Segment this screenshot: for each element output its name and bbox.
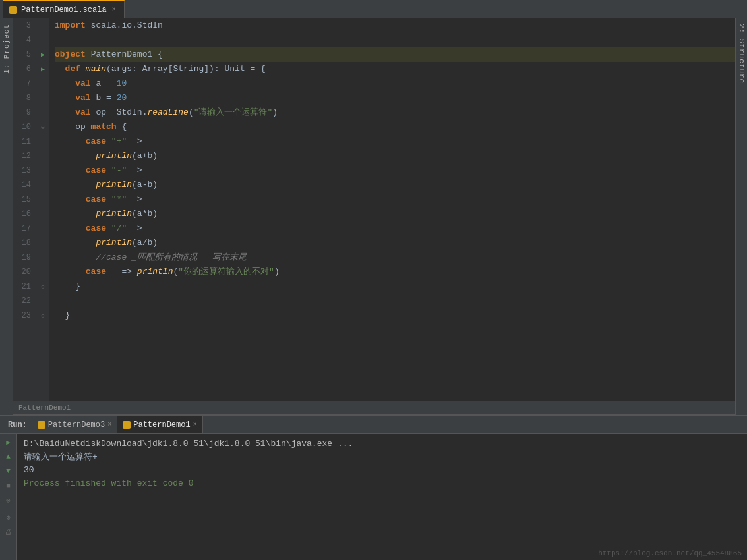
run-stop-button-2[interactable]: ⊗	[3, 494, 15, 506]
run-settings-button[interactable]: ⚙	[3, 511, 15, 523]
code-editor[interactable]: 34567891011121314151617181920212223 ▶▶⊖⊖…	[13, 18, 735, 415]
code-token: (args: Array[	[106, 64, 173, 74]
code-token	[55, 78, 75, 88]
gutter-cell: ▶	[36, 62, 49, 76]
tab-bar: PatternDemo1.scala ×	[0, 0, 747, 18]
tab-close-button[interactable]: ×	[111, 5, 117, 14]
code-token	[55, 209, 96, 219]
fold-icon[interactable]: ⊖	[41, 283, 44, 291]
code-token	[55, 107, 75, 117]
code-token: =>	[127, 165, 142, 175]
gutter-cell	[36, 221, 49, 236]
code-line: case _ => println("你的运算符输入的不对")	[55, 265, 735, 279]
code-token	[55, 64, 65, 74]
code-token: "+"	[111, 136, 127, 146]
run-content: ▶ ▲ ▼ ■ ⊗ ⚙ 🖨 D:\BaiduNetdiskDownload\jd…	[0, 434, 747, 560]
run-stop-button[interactable]: ■	[3, 480, 15, 491]
code-token	[80, 64, 86, 74]
gutter-cell	[36, 149, 49, 163]
code-token: println	[96, 238, 132, 248]
code-token: "*"	[111, 194, 127, 204]
fold-icon[interactable]: ⊖	[41, 124, 44, 131]
run-panel: Run: PatternDemo3 × PatternDemo1 × ▶ ▲ ▼…	[0, 415, 747, 560]
run-label: Run:	[3, 420, 32, 430]
code-token: {	[152, 49, 163, 59]
code-line: println(a+b)	[55, 149, 735, 163]
code-line: val op =StdIn.readLine("请输入一个运算符")	[55, 105, 735, 120]
line-number: 18	[18, 236, 31, 250]
run-arrow-icon[interactable]: ▶	[41, 65, 45, 73]
gutter-cell: ⊖	[36, 308, 49, 323]
fold-icon[interactable]: ⊖	[41, 312, 44, 320]
run-tab-close-2[interactable]: ×	[193, 421, 197, 428]
run-play-button[interactable]: ▶	[3, 436, 15, 448]
code-line: case "*" =>	[55, 192, 735, 207]
gutter-cell	[36, 178, 49, 192]
editor-container: 1: Project 34567891011121314151617181920…	[0, 18, 747, 415]
run-down-button[interactable]: ▼	[3, 465, 15, 477]
code-token: case	[86, 136, 106, 146]
line-number: 5	[18, 47, 31, 62]
line-number: 9	[18, 105, 31, 120]
code-token: println	[96, 180, 132, 190]
code-token: PatternDemo1	[91, 49, 153, 59]
line-number: 13	[18, 163, 31, 178]
code-token: {	[117, 122, 127, 132]
code-token: case	[86, 223, 106, 233]
gutter-cell: ⊖	[36, 120, 49, 134]
code-token: 10	[117, 78, 127, 88]
code-token	[106, 194, 111, 204]
run-tab-bar: Run: PatternDemo3 × PatternDemo1 ×	[0, 416, 747, 434]
code-token: )	[274, 267, 280, 277]
code-token: a =	[91, 78, 117, 88]
run-arrow-icon[interactable]: ▶	[41, 51, 45, 59]
code-line: def main(args: Array[String]): Unit = {	[55, 62, 735, 76]
code-token: val	[75, 78, 90, 88]
watermark: https://blog.csdn.net/qq_45548865	[598, 549, 742, 557]
code-content: import scala.io.StdIn object PatternDemo…	[49, 18, 735, 401]
code-token: //case _匹配所有的情况 写在末尾	[55, 252, 247, 262]
run-tab-patterndemo3[interactable]: PatternDemo3 ×	[32, 416, 117, 433]
run-tab-icon-1	[38, 421, 45, 429]
code-token: }	[55, 310, 70, 320]
code-token: =>	[127, 223, 142, 233]
line-number: 7	[18, 76, 31, 91]
code-token: (	[189, 107, 194, 117]
gutter-cell	[36, 163, 49, 178]
line-number: 23	[18, 308, 31, 323]
line-number: 20	[18, 265, 31, 279]
code-token	[106, 136, 111, 146]
code-token: val	[75, 93, 90, 103]
project-sidebar-label: 1: Project	[1, 18, 12, 79]
code-token: (a+b)	[132, 151, 158, 161]
line-number: 10	[18, 120, 31, 134]
code-token: String	[173, 64, 204, 74]
code-token: "/"	[111, 223, 127, 233]
run-tab-icon-2	[123, 421, 131, 429]
code-line: import scala.io.StdIn	[55, 18, 735, 33]
code-line: println(a*b)	[55, 207, 735, 221]
run-tab-patterndemo1[interactable]: PatternDemo1 ×	[117, 416, 202, 433]
line-number: 19	[18, 250, 31, 265]
editor-tab[interactable]: PatternDemo1.scala ×	[3, 0, 125, 18]
code-token: match	[91, 122, 117, 132]
line-number: 3	[18, 18, 31, 33]
gutter-cell	[36, 250, 49, 265]
gutter-cell	[36, 265, 49, 279]
line-number: 14	[18, 178, 31, 192]
code-token: def	[65, 64, 80, 74]
run-print-button[interactable]: 🖨	[3, 526, 15, 538]
gutter-cell	[36, 236, 49, 250]
right-sidebar: 2: Structure	[735, 18, 747, 415]
line-number: 16	[18, 207, 31, 221]
gutter-cell	[36, 207, 49, 221]
editor-status: PatternDemo1	[13, 401, 735, 415]
code-token: ]):	[204, 64, 224, 74]
code-token: 20	[117, 93, 127, 103]
run-toolbar: ▶ ▲ ▼ ■ ⊗ ⚙ 🖨	[0, 434, 17, 560]
run-up-button[interactable]: ▲	[3, 451, 15, 462]
code-token: b =	[91, 93, 117, 103]
tab-label: PatternDemo1.scala	[21, 5, 107, 14]
line-number: 6	[18, 62, 31, 76]
run-tab-close-1[interactable]: ×	[107, 421, 111, 428]
